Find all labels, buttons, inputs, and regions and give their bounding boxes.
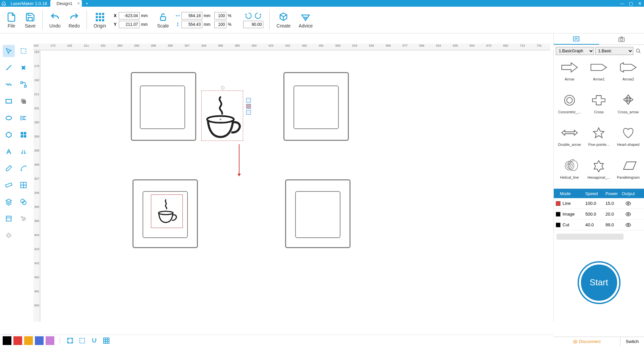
width-pct-input[interactable] bbox=[214, 12, 226, 19]
handle-scale-icon[interactable] bbox=[246, 98, 251, 103]
measure-curve-tool[interactable] bbox=[17, 162, 30, 174]
svg-rect-3 bbox=[96, 16, 98, 18]
color-swatch[interactable] bbox=[24, 336, 33, 345]
array-tool[interactable] bbox=[17, 179, 30, 191]
crop-tool[interactable] bbox=[3, 213, 15, 225]
document-tab[interactable]: Design1 × bbox=[50, 0, 82, 7]
shape-item[interactable]: Cross bbox=[585, 91, 613, 122]
eraser-tool[interactable] bbox=[3, 162, 15, 174]
camera-tab[interactable] bbox=[599, 34, 644, 45]
freeform-tool[interactable] bbox=[17, 62, 30, 74]
svg-point-32 bbox=[620, 38, 623, 41]
home-icon[interactable] bbox=[0, 0, 7, 7]
grid-tool[interactable] bbox=[17, 129, 30, 141]
laser-tool[interactable] bbox=[3, 229, 15, 241]
zoom-selection-tool[interactable] bbox=[77, 336, 87, 345]
align-tool[interactable] bbox=[17, 112, 30, 124]
frame-inner[interactable] bbox=[140, 85, 185, 129]
rectangle-tool[interactable] bbox=[3, 95, 15, 107]
svg-rect-7 bbox=[99, 19, 101, 21]
shape-item[interactable]: Arrow2 bbox=[614, 58, 642, 89]
svg-rect-0 bbox=[96, 13, 98, 15]
color-swatch[interactable] bbox=[13, 336, 22, 345]
snap-tool[interactable] bbox=[90, 336, 99, 345]
color-swatch[interactable] bbox=[3, 336, 11, 345]
shapes-tab[interactable] bbox=[554, 34, 599, 45]
advice-button[interactable]: Advice bbox=[295, 8, 316, 32]
text-tool[interactable] bbox=[3, 146, 15, 158]
frame-inner[interactable] bbox=[295, 191, 340, 238]
y-input[interactable] bbox=[119, 21, 140, 28]
rotate-input[interactable] bbox=[243, 21, 263, 28]
origin-label: Origin bbox=[94, 23, 106, 28]
save-button[interactable]: Save bbox=[21, 8, 39, 32]
marquee-tool[interactable] bbox=[17, 45, 30, 57]
shape-item[interactable]: Arrow bbox=[556, 58, 583, 89]
file-button[interactable]: File bbox=[3, 8, 20, 32]
shape-item[interactable]: Five-pointe... bbox=[585, 124, 613, 155]
handle-crop-icon[interactable] bbox=[246, 110, 251, 115]
maximize-icon[interactable]: ▢ bbox=[627, 0, 635, 7]
node-tool[interactable] bbox=[17, 78, 30, 91]
curve-tool[interactable] bbox=[3, 78, 15, 91]
disconnect-button[interactable]: Disconnect bbox=[553, 337, 621, 346]
shape-item[interactable]: Hexagonal_... bbox=[585, 157, 613, 187]
rotate-ccw-icon[interactable] bbox=[245, 12, 252, 19]
line-tool[interactable] bbox=[3, 62, 15, 74]
height-input[interactable] bbox=[181, 21, 202, 28]
rotate-cw-icon[interactable] bbox=[254, 12, 262, 19]
canvas[interactable] bbox=[40, 50, 550, 322]
redo-button[interactable]: Redo bbox=[65, 8, 83, 32]
x-input[interactable] bbox=[119, 12, 140, 19]
shape-subcategory-select[interactable]: 1.Basic bbox=[595, 47, 634, 55]
svg-rect-21 bbox=[5, 183, 12, 187]
rotate-tool[interactable] bbox=[17, 95, 30, 107]
layer-output-toggle[interactable] bbox=[621, 200, 636, 207]
selection-handles[interactable] bbox=[246, 98, 251, 116]
color-swatch[interactable] bbox=[46, 336, 54, 345]
ruler-tool[interactable] bbox=[3, 179, 15, 191]
select-tool[interactable] bbox=[3, 45, 15, 57]
fit-tool[interactable] bbox=[65, 336, 75, 345]
start-button[interactable]: Start bbox=[579, 263, 619, 303]
color-swatch[interactable] bbox=[35, 336, 44, 345]
shape-category-select[interactable]: 1.BasicGraph bbox=[556, 47, 594, 55]
rotate-handle[interactable] bbox=[221, 86, 224, 90]
origin-button[interactable]: Origin bbox=[90, 8, 109, 32]
layer-output-toggle[interactable] bbox=[621, 211, 636, 217]
layer-row[interactable]: Image500.020.0 bbox=[554, 209, 644, 220]
height-pct-input[interactable] bbox=[214, 21, 226, 28]
scale-button[interactable]: Scale bbox=[154, 8, 172, 32]
shape-item[interactable]: Arrow1 bbox=[585, 58, 613, 89]
create-button[interactable]: Create bbox=[273, 8, 294, 32]
layer-row[interactable]: Cut40.099.0 bbox=[554, 220, 644, 230]
cursor-path-tool[interactable] bbox=[17, 213, 30, 225]
grid-toggle[interactable] bbox=[102, 336, 111, 345]
minimize-icon[interactable]: — bbox=[618, 0, 627, 7]
ellipse-tool[interactable] bbox=[3, 112, 15, 124]
polygon-tool[interactable] bbox=[3, 129, 15, 141]
close-tab-icon[interactable]: × bbox=[77, 1, 80, 6]
layer-output-toggle[interactable] bbox=[621, 222, 636, 228]
shape-item[interactable]: Heart-shaped bbox=[614, 124, 642, 155]
handle-image-icon[interactable] bbox=[246, 104, 251, 109]
selected-object[interactable] bbox=[201, 91, 243, 141]
new-tab-button[interactable]: + bbox=[84, 0, 90, 6]
shape-item[interactable]: Cross_arrow bbox=[614, 91, 642, 122]
shape-item[interactable]: Parallelogram bbox=[614, 157, 642, 187]
layer-row[interactable]: Line100.015.0 bbox=[554, 198, 644, 209]
mirror-tool[interactable] bbox=[17, 146, 30, 158]
shape-item[interactable]: Double_arrow bbox=[556, 124, 583, 155]
shape-item[interactable]: Concentric_... bbox=[556, 91, 583, 122]
search-icon[interactable] bbox=[635, 47, 642, 55]
placed-object[interactable] bbox=[151, 194, 183, 228]
shape-item[interactable]: Helical_line bbox=[556, 157, 583, 187]
frame-inner[interactable] bbox=[293, 85, 339, 129]
layers-tool[interactable] bbox=[3, 196, 15, 208]
switch-button[interactable]: Switch bbox=[621, 337, 644, 346]
undo-button[interactable]: Undo bbox=[46, 8, 64, 32]
combine-tool[interactable] bbox=[17, 196, 30, 208]
opacity-slider[interactable] bbox=[556, 234, 624, 240]
close-window-icon[interactable]: ✕ bbox=[635, 0, 644, 7]
width-input[interactable] bbox=[181, 12, 202, 19]
